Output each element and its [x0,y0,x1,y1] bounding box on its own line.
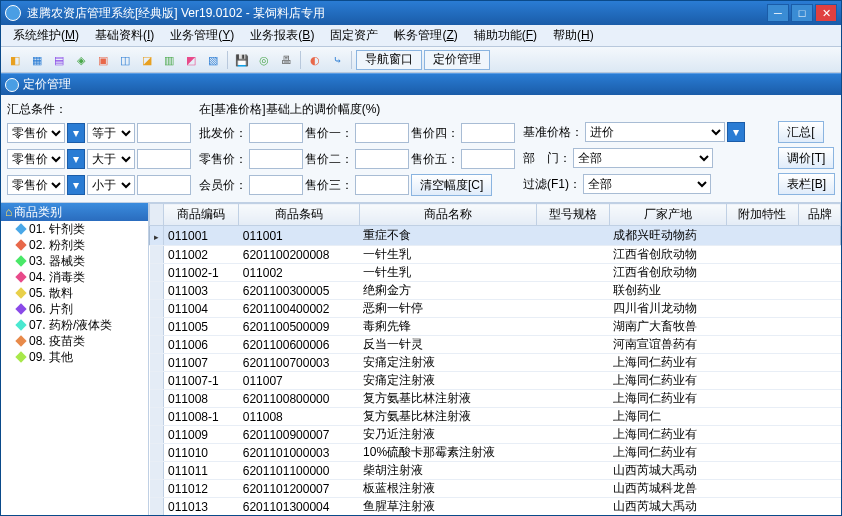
table-row[interactable]: 0110096201100900007安乃近注射液上海同仁药业有 [150,426,841,444]
toolbar-icon-8[interactable]: ▥ [159,50,179,70]
op-select-2[interactable]: 大于 [87,149,135,169]
op-select-1[interactable]: 等于 [87,123,135,143]
table-row[interactable]: 0110116201101100000柴胡注射液山西芮城大禹动 [150,462,841,480]
panel-icon [5,78,19,92]
toolbar-icon-4[interactable]: ◈ [71,50,91,70]
panel-header: 定价管理 [1,73,841,95]
base-price-select[interactable]: 进价 [585,122,725,142]
titlebar: 速腾农资店管理系统[经典版] Ver19.0102 - 某饲料店专用 ─ □ ✕ [1,1,841,25]
app-title: 速腾农资店管理系统[经典版] Ver19.0102 - 某饲料店专用 [27,5,767,22]
col-header[interactable]: 商品名称 [359,204,537,226]
menu-item-3[interactable]: 业务报表(B) [242,25,322,46]
table-row[interactable]: 0110046201100400002恶痢一针停四川省川龙动物 [150,300,841,318]
sj1-input[interactable] [355,123,409,143]
val-input-2[interactable] [137,149,191,169]
menu-item-7[interactable]: 帮助(H) [545,25,602,46]
toolbar-icon-6[interactable]: ◫ [115,50,135,70]
category-tree[interactable]: ⌂ 商品类别 01. 针剂类02. 粉剂类03. 器械类04. 消毒类05. 散… [1,203,149,516]
table-row[interactable]: 011001011001重症不食成都兴旺动物药 [150,226,841,246]
toolbar-icon-1[interactable]: ◧ [5,50,25,70]
filter-select[interactable]: 全部 [583,174,711,194]
tree-item-1[interactable]: 02. 粉剂类 [1,237,148,253]
field-select-3[interactable]: 零售价 [7,175,65,195]
table-row[interactable]: 0110056201100500009毒痢先锋湖南广大畜牧兽 [150,318,841,336]
pricing-tab[interactable]: 定价管理 [424,50,490,70]
tree-item-3[interactable]: 04. 消毒类 [1,269,148,285]
table-row[interactable]: 0110026201100200008一针生乳江西省创欣动物 [150,246,841,264]
table-row[interactable]: 0110076201100700003安痛定注射液上海同仁药业有 [150,354,841,372]
toolbar-icon-7[interactable]: ◪ [137,50,157,70]
home-icon: ⌂ [5,205,12,219]
nav-window-tab[interactable]: 导航窗口 [356,50,422,70]
table-row[interactable]: 011002-1011002一针生乳江西省创欣动物 [150,264,841,282]
col-header[interactable]: 厂家产地 [609,204,726,226]
toolbar-icon-14[interactable]: ◐ [305,50,325,70]
pfj-input[interactable] [249,123,303,143]
tree-item-7[interactable]: 08. 疫苗类 [1,333,148,349]
op-select-3[interactable]: 小于 [87,175,135,195]
val-input-1[interactable] [137,123,191,143]
toolbar-icon-3[interactable]: ▤ [49,50,69,70]
menu-item-5[interactable]: 帐务管理(Z) [386,25,465,46]
table-row[interactable]: 0110136201101300004鱼腥草注射液山西芮城大禹动 [150,498,841,516]
sj2-input[interactable] [355,149,409,169]
val-input-3[interactable] [137,175,191,195]
table-row[interactable]: 011008-1011008复方氨基比林注射液上海同仁 [150,408,841,426]
diamond-icon [15,303,26,314]
sj5-input[interactable] [461,149,515,169]
table-row[interactable]: 0110036201100300005绝痢金方联创药业 [150,282,841,300]
base-price-dd[interactable]: ▾ [727,122,745,142]
columns-button[interactable]: 表栏[B] [778,173,835,195]
diamond-icon [15,287,26,298]
minimize-button[interactable]: ─ [767,4,789,22]
field-dd-1[interactable]: ▾ [67,123,85,143]
table-row[interactable]: 011010620110100000310%硫酸卡那霉素注射液上海同仁药业有 [150,444,841,462]
toolbar-icon-12[interactable]: ◎ [254,50,274,70]
tree-item-6[interactable]: 07. 药粉/液体类 [1,317,148,333]
dept-select[interactable]: 全部 [573,148,713,168]
print-icon[interactable]: 🖶 [276,50,296,70]
menu-item-0[interactable]: 系统维护(M) [5,25,87,46]
col-header[interactable]: 商品编码 [164,204,239,226]
sj3-input[interactable] [355,175,409,195]
table-row[interactable]: 0110126201101200007板蓝根注射液山西芮城科龙兽 [150,480,841,498]
clear-range-button[interactable]: 清空幅度[C] [411,174,492,196]
sj4-input[interactable] [461,123,515,143]
tree-item-8[interactable]: 09. 其他 [1,349,148,365]
panel-title: 定价管理 [23,76,71,93]
col-header[interactable]: 品牌 [799,204,841,226]
field-select-1[interactable]: 零售价 [7,123,65,143]
tree-item-5[interactable]: 06. 片剂 [1,301,148,317]
toolbar-icon-10[interactable]: ▧ [203,50,223,70]
field-dd-3[interactable]: ▾ [67,175,85,195]
tree-item-4[interactable]: 05. 散料 [1,285,148,301]
save-icon[interactable]: 💾 [232,50,252,70]
tree-item-0[interactable]: 01. 针剂类 [1,221,148,237]
field-select-2[interactable]: 零售价 [7,149,65,169]
hyj-input[interactable] [249,175,303,195]
summary-button[interactable]: 汇总[ [778,121,823,143]
toolbar-icon-2[interactable]: ▦ [27,50,47,70]
maximize-button[interactable]: □ [791,4,813,22]
lsj-input[interactable] [249,149,303,169]
table-row[interactable]: 011007-1011007安痛定注射液上海同仁药业有 [150,372,841,390]
col-header[interactable]: 商品条码 [239,204,359,226]
exit-icon[interactable]: ⤷ [327,50,347,70]
app-icon [5,5,21,21]
field-dd-2[interactable]: ▾ [67,149,85,169]
menu-item-4[interactable]: 固定资产 [322,25,386,46]
table-row[interactable]: 0110086201100800000复方氨基比林注射液上海同仁药业有 [150,390,841,408]
menu-item-2[interactable]: 业务管理(Y) [162,25,242,46]
adjust-button[interactable]: 调价[T] [778,147,834,169]
close-button[interactable]: ✕ [815,4,837,22]
col-header[interactable]: 附加特性 [726,204,798,226]
col-header[interactable]: 型号规格 [537,204,609,226]
tree-item-2[interactable]: 03. 器械类 [1,253,148,269]
menu-item-1[interactable]: 基础资料(I) [87,25,162,46]
menu-item-6[interactable]: 辅助功能(F) [466,25,545,46]
toolbar-icon-5[interactable]: ▣ [93,50,113,70]
toolbar-icon-9[interactable]: ◩ [181,50,201,70]
diamond-icon [15,255,26,266]
table-row[interactable]: 0110066201100600006反当一针灵河南宣谊兽药有 [150,336,841,354]
data-grid[interactable]: 商品编码商品条码商品名称型号规格厂家产地附加特性品牌011001011001重症… [149,203,841,516]
